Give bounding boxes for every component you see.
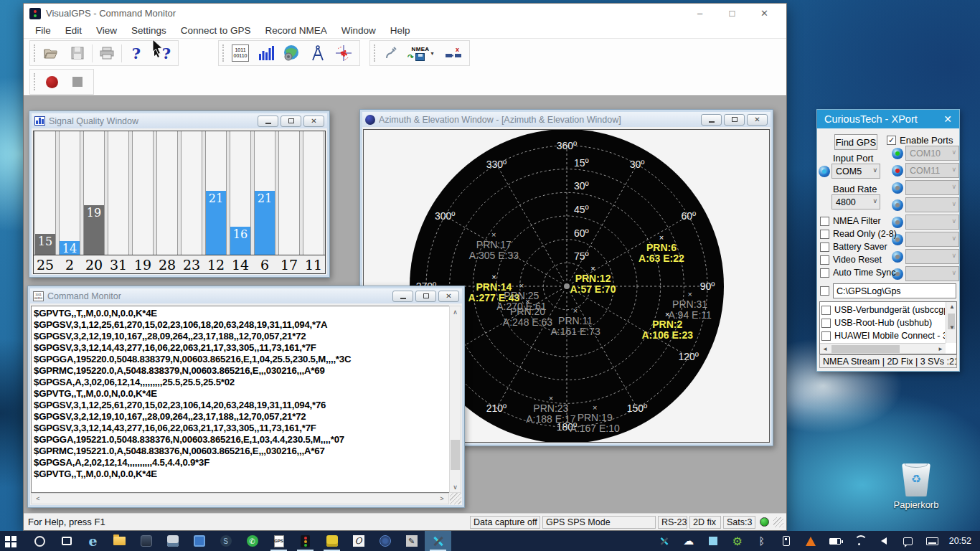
device-item[interactable]: USB-Root-Hub (usbhub) bbox=[821, 316, 945, 329]
dropbox-icon[interactable] bbox=[701, 537, 725, 545]
device-item[interactable]: USB-Verbundgerät (usbccgp) bbox=[821, 303, 945, 316]
action-center-icon[interactable] bbox=[896, 537, 920, 545]
nmea-dropdown-arrow[interactable]: ▾ bbox=[430, 50, 433, 57]
maximize-button[interactable]: □ bbox=[716, 4, 748, 23]
baud-rate-select[interactable]: 4800∨ bbox=[831, 194, 880, 209]
vertical-scroll-thumb[interactable] bbox=[451, 440, 460, 469]
app-icon-4[interactable]: S bbox=[212, 531, 239, 551]
close-button[interactable]: ✕ bbox=[748, 4, 781, 23]
xport-taskbar-icon[interactable] bbox=[425, 531, 451, 551]
log-path-checkbox[interactable] bbox=[820, 286, 829, 296]
vlc-icon[interactable] bbox=[798, 537, 823, 546]
resize-grip[interactable] bbox=[450, 493, 461, 504]
file-explorer-icon[interactable] bbox=[106, 531, 133, 551]
menu-view[interactable]: View bbox=[89, 23, 124, 38]
wifi-icon[interactable] bbox=[847, 537, 872, 545]
app-icon-5[interactable]: ✆ bbox=[239, 531, 265, 551]
survey-compass-button[interactable] bbox=[305, 42, 331, 65]
stop-button[interactable] bbox=[65, 71, 90, 93]
gps-app-icon[interactable]: GPS bbox=[265, 531, 292, 551]
menu-edit[interactable]: Edit bbox=[58, 23, 89, 38]
minimize-button[interactable] bbox=[392, 291, 413, 302]
toolbar-drag-handle[interactable] bbox=[34, 73, 36, 90]
taskbar-clock[interactable]: 20:52 bbox=[945, 536, 980, 546]
find-gps-button[interactable]: Find GPS bbox=[834, 134, 877, 150]
port-select[interactable]: ∨ bbox=[905, 197, 959, 212]
azimuth-elevation-window-button[interactable] bbox=[279, 42, 305, 65]
xport-tray-icon[interactable] bbox=[652, 534, 677, 547]
visualgps-taskbar-icon[interactable] bbox=[292, 531, 319, 551]
xport-title-bar[interactable]: CuriousTech - XPort ✕ bbox=[817, 110, 959, 128]
help-button[interactable]: ? bbox=[123, 42, 149, 65]
usb-device-icon[interactable] bbox=[774, 536, 798, 546]
nmea-text-area[interactable]: $GPVTG,,T,,M,0.0,N,0.0,K*4E$GPGSV,3,1,12… bbox=[31, 306, 449, 493]
onedrive-cloud-icon[interactable]: ☁ bbox=[677, 534, 701, 547]
record-button[interactable] bbox=[39, 71, 65, 93]
window-resize-grip[interactable] bbox=[773, 517, 783, 527]
restore-button[interactable] bbox=[415, 291, 436, 302]
command-monitor-window-button[interactable]: 101100110 bbox=[227, 42, 253, 65]
toolbar-drag-handle[interactable] bbox=[374, 44, 376, 62]
settings-gear-icon[interactable]: ⚙ bbox=[725, 534, 750, 548]
close-icon[interactable]: ✕ bbox=[943, 113, 952, 125]
restore-button[interactable] bbox=[724, 114, 745, 126]
edge-browser-icon[interactable]: e bbox=[80, 531, 106, 551]
restore-button[interactable] bbox=[281, 116, 301, 127]
disconnect-button[interactable]: x bbox=[440, 42, 466, 65]
option-read-only-2-8-[interactable]: Read Only (2-8) bbox=[820, 227, 889, 240]
app-icon-yellow[interactable] bbox=[319, 531, 345, 551]
toolbar-drag-handle[interactable] bbox=[222, 44, 225, 62]
usb-device-list[interactable]: USB-Verbundgerät (usbccgp)USB-Root-Hub (… bbox=[819, 301, 957, 354]
menu-file[interactable]: File bbox=[28, 23, 58, 38]
port-select[interactable]: ∨ bbox=[905, 249, 959, 264]
close-button[interactable]: ✕ bbox=[438, 291, 459, 302]
start-button[interactable] bbox=[0, 531, 27, 551]
volume-icon[interactable] bbox=[872, 537, 896, 545]
app-icon-pen[interactable]: ✎ bbox=[398, 531, 425, 551]
minimize-button[interactable] bbox=[701, 114, 722, 126]
minimize-button[interactable]: – bbox=[684, 4, 716, 23]
port-select[interactable]: ∨ bbox=[905, 215, 959, 230]
signal-quality-title-bar[interactable]: Signal Quality Window ✕ bbox=[32, 113, 327, 128]
option-nmea-filter[interactable]: NMEA Filter bbox=[820, 215, 889, 227]
scatter-plot-window-button[interactable] bbox=[331, 42, 357, 65]
signal-quality-window-button[interactable] bbox=[253, 42, 279, 65]
device-item[interactable]: HUAWEI Mobile Connect - 3G M bbox=[821, 329, 945, 342]
port-select[interactable]: ∨ bbox=[905, 180, 959, 195]
port-select[interactable]: COM11∨ bbox=[905, 163, 959, 178]
command-monitor-title-bar[interactable]: 101100110 Command Monitor ✕ bbox=[30, 288, 462, 303]
recycle-bin[interactable]: Papierkorb bbox=[888, 463, 944, 510]
device-list-vscrollbar[interactable]: ▲ ▼ bbox=[946, 302, 956, 343]
horizontal-scrollbar[interactable]: < > bbox=[31, 493, 449, 504]
save-button[interactable] bbox=[65, 42, 90, 65]
enable-ports-checkbox[interactable]: ✓ Enable Ports bbox=[887, 135, 953, 146]
cortana-search-button[interactable] bbox=[27, 531, 53, 551]
option-battery-saver[interactable]: Battery Saver bbox=[820, 240, 889, 253]
port-select[interactable]: ∨ bbox=[905, 266, 959, 281]
menu-connect-to-gps[interactable]: Connect to GPS bbox=[174, 23, 258, 38]
device-list-hscrollbar[interactable]: ◄ ► bbox=[820, 343, 946, 354]
option-auto-time-sync[interactable]: Auto Time Sync bbox=[820, 266, 889, 279]
option-video-reset[interactable]: Video Reset bbox=[820, 253, 889, 266]
app-icon-3[interactable] bbox=[186, 531, 212, 551]
record-nmea-button[interactable]: NMEA ↷ ▾ bbox=[405, 42, 440, 65]
app-icon-o[interactable]: O bbox=[345, 531, 372, 551]
close-button[interactable]: ✕ bbox=[303, 116, 324, 127]
bluetooth-icon[interactable]: ᛒ bbox=[750, 535, 774, 547]
log-path-field[interactable]: C:\GPSLog\Gps bbox=[833, 283, 956, 298]
menu-record-nmea[interactable]: Record NMEA bbox=[258, 23, 334, 38]
scroll-thumb[interactable] bbox=[831, 345, 900, 353]
connect-gps-button[interactable] bbox=[379, 42, 405, 65]
open-file-button[interactable] bbox=[39, 42, 65, 65]
task-view-button[interactable] bbox=[53, 531, 80, 551]
toolbar-drag-handle[interactable] bbox=[34, 44, 36, 62]
battery-icon[interactable] bbox=[823, 538, 847, 545]
close-button[interactable]: ✕ bbox=[747, 114, 768, 126]
vertical-scrollbar[interactable]: ∧ ∨ bbox=[449, 306, 461, 493]
menu-help[interactable]: Help bbox=[383, 23, 418, 38]
app-icon-1[interactable] bbox=[133, 531, 159, 551]
azimuth-title-bar[interactable]: Azimuth & Elevation Window - [Azimuth & … bbox=[362, 112, 771, 127]
input-port-select[interactable]: COM5∨ bbox=[831, 164, 880, 179]
app-icon-web[interactable] bbox=[372, 531, 398, 551]
menu-window[interactable]: Window bbox=[334, 23, 383, 38]
